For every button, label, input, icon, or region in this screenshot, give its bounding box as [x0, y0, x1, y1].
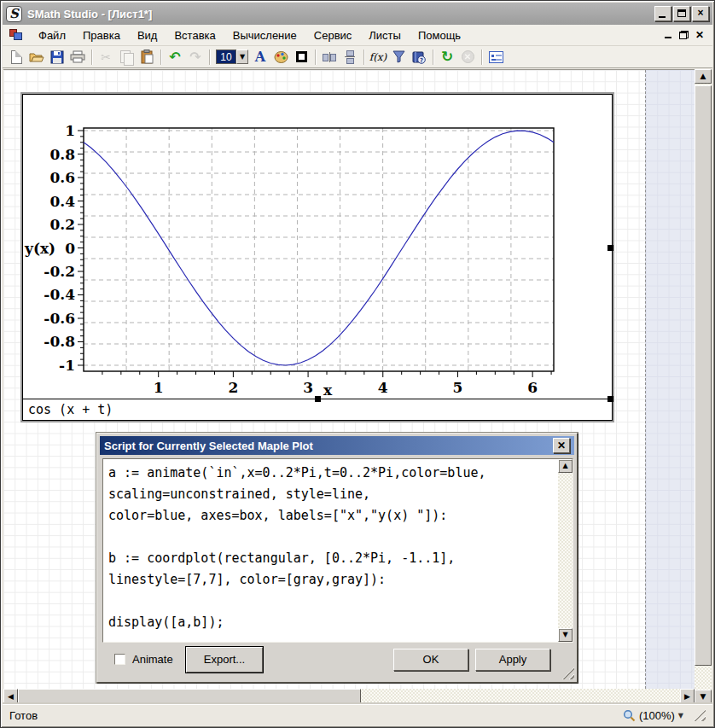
- animate-checkbox[interactable]: [114, 654, 125, 665]
- recalculate-button[interactable]: ↻: [438, 48, 456, 67]
- paste-button[interactable]: [137, 48, 156, 67]
- reference-button[interactable]: ?: [410, 48, 428, 67]
- resize-handle-bottom[interactable]: [315, 396, 321, 402]
- window-resize-grip[interactable]: [694, 709, 706, 721]
- script-editor[interactable]: a := animate(`in`,x=0..2*Pi,t=0..2*Pi,co…: [102, 458, 573, 643]
- arrow-up-icon: ▲: [562, 462, 567, 469]
- copy-icon: [120, 50, 133, 64]
- svg-text:?: ?: [420, 57, 423, 64]
- menu-sheets[interactable]: Листы: [360, 27, 410, 44]
- toolbar-separator: [209, 50, 210, 65]
- close-button[interactable]: ×: [692, 6, 709, 21]
- zoom-level[interactable]: (100%): [639, 709, 675, 722]
- horizontal-scrollbar[interactable]: ◀ ▶: [3, 689, 695, 704]
- ok-button[interactable]: OK: [393, 649, 468, 671]
- menu-help[interactable]: Помощь: [410, 27, 469, 44]
- filter-button[interactable]: [389, 48, 408, 67]
- document-icon[interactable]: [9, 29, 23, 41]
- close-icon: ✕: [557, 440, 566, 451]
- redo-arrow-icon: ↷: [189, 50, 201, 64]
- toolbar-separator: [433, 50, 433, 65]
- menu-view[interactable]: Вид: [129, 27, 166, 44]
- open-button[interactable]: [27, 48, 46, 67]
- svg-text:1: 1: [154, 379, 164, 396]
- toolbar-separator: [363, 50, 364, 65]
- maple-script-dialog: Script for Currently Selected Maple Plot…: [96, 433, 578, 683]
- menu-file[interactable]: Файл: [30, 27, 74, 44]
- new-button[interactable]: [7, 48, 26, 67]
- minimize-icon: [659, 16, 666, 18]
- scroll-right-button[interactable]: ▶: [680, 689, 695, 704]
- worksheet-canvas[interactable]: 12345610.80.60.40.20-0.2-0.4-0.6-0.8-1xy…: [3, 69, 695, 689]
- color-button[interactable]: [271, 48, 290, 67]
- print-button[interactable]: [68, 48, 87, 67]
- svg-text:0.4: 0.4: [49, 193, 75, 210]
- align-vertical-icon: [345, 50, 355, 64]
- export-button[interactable]: Export...: [186, 647, 263, 673]
- menu-edit[interactable]: Правка: [74, 27, 129, 44]
- scroll-up-button[interactable]: ▲: [695, 69, 712, 84]
- mdi-close-button[interactable]: ✕: [695, 31, 704, 39]
- title-bar[interactable]: S SMath Studio - [Лист1*] ×: [3, 3, 712, 25]
- font-button[interactable]: A: [251, 48, 270, 67]
- svg-text:-0.6: -0.6: [44, 310, 75, 327]
- script-scrollbar[interactable]: ▲ ▼: [558, 459, 573, 642]
- maximize-icon: [677, 9, 686, 17]
- font-size-value[interactable]: 10: [216, 50, 236, 64]
- cut-button[interactable]: ✂: [96, 48, 115, 67]
- resize-handle-corner[interactable]: [607, 396, 613, 402]
- dialog-title-bar[interactable]: Script for Currently Selected Maple Plot…: [100, 436, 574, 455]
- maple-plot[interactable]: 12345610.80.60.40.20-0.2-0.4-0.6-0.8-1xy…: [23, 95, 613, 399]
- window-title: SMath Studio - [Лист1*]: [27, 8, 653, 20]
- refresh-icon: ↻: [441, 50, 453, 64]
- toolbar: ✂ ↶ ↷ 10 ▼ A f(x) ? ↻ ✕: [3, 46, 712, 68]
- align-vertical-button[interactable]: [340, 48, 359, 67]
- apply-button[interactable]: Apply: [475, 649, 550, 671]
- scroll-left-button[interactable]: ◀: [3, 689, 18, 704]
- copy-button[interactable]: [117, 48, 136, 67]
- toolbar-separator: [481, 50, 482, 65]
- menu-calculation[interactable]: Вычисление: [224, 27, 305, 44]
- scroll-down-button[interactable]: ▼: [695, 690, 712, 704]
- maple-plot-region[interactable]: 12345610.80.60.40.20-0.2-0.4-0.6-0.8-1xy…: [22, 94, 613, 421]
- vertical-scrollbar[interactable]: ▲ ▼: [695, 69, 712, 704]
- menu-tools[interactable]: Сервис: [305, 27, 361, 44]
- resize-handle-right[interactable]: [607, 245, 613, 251]
- stop-button[interactable]: ✕: [458, 48, 477, 67]
- maximize-button[interactable]: [673, 6, 690, 21]
- save-floppy-icon: [50, 50, 64, 64]
- horizontal-scroll-thumb[interactable]: [18, 689, 361, 704]
- cut-scissors-icon: ✂: [101, 51, 111, 63]
- mdi-minimize-button[interactable]: [665, 32, 672, 39]
- zoom-dropdown-icon[interactable]: ▼: [678, 712, 683, 719]
- redo-button[interactable]: ↷: [186, 48, 205, 67]
- arrow-down-icon: ▼: [700, 692, 706, 701]
- script-text[interactable]: a := animate(`in`,x=0..2*Pi,t=0..2*Pi,co…: [103, 459, 573, 637]
- undo-button[interactable]: ↶: [166, 48, 184, 67]
- function-button[interactable]: f(x): [369, 48, 387, 67]
- scroll-up-button[interactable]: ▲: [558, 459, 573, 473]
- svg-text:2: 2: [228, 379, 238, 396]
- page-margin-area: [645, 70, 695, 689]
- save-button[interactable]: [48, 48, 67, 67]
- minimize-button[interactable]: [654, 6, 671, 21]
- mdi-restore-button[interactable]: [679, 31, 689, 39]
- font-icon: A: [255, 49, 265, 65]
- svg-text:5: 5: [453, 379, 463, 396]
- filter-funnel-icon: [392, 50, 405, 63]
- options-button[interactable]: [486, 48, 505, 67]
- dialog-resize-grip[interactable]: [562, 667, 574, 679]
- vertical-scroll-thumb[interactable]: [695, 85, 712, 666]
- dialog-close-button[interactable]: ✕: [553, 438, 570, 453]
- menu-insert[interactable]: Вставка: [166, 27, 224, 44]
- scroll-down-button[interactable]: ▼: [558, 628, 573, 642]
- open-folder-icon: [29, 51, 44, 63]
- arrow-up-icon: ▲: [700, 72, 706, 80]
- svg-text:0.8: 0.8: [49, 146, 75, 163]
- font-size-dropdown[interactable]: ▼: [236, 50, 248, 64]
- align-horizontal-button[interactable]: [320, 48, 339, 67]
- svg-text:-0.2: -0.2: [44, 263, 75, 280]
- plot-formula[interactable]: cos (x + t): [23, 399, 612, 420]
- animate-label: Animate: [132, 653, 173, 666]
- border-button[interactable]: [292, 48, 311, 67]
